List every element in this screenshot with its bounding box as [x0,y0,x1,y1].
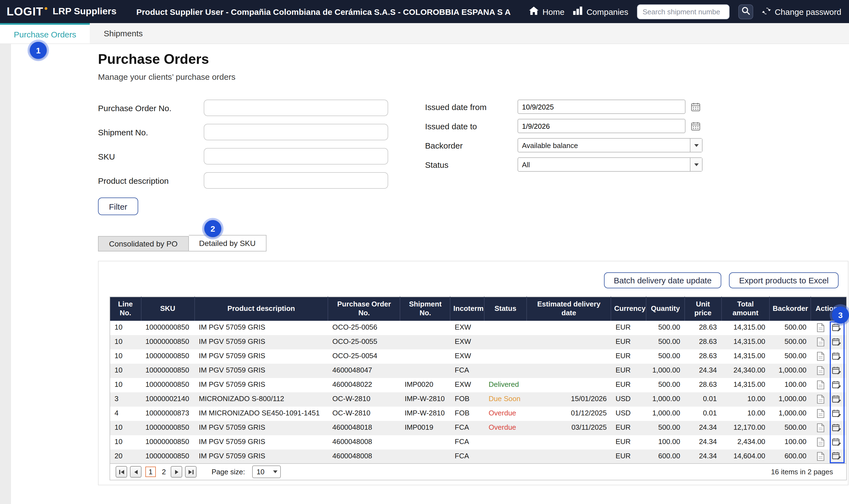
cell-backorder: 1,000.00 [770,392,811,406]
edit-delivery-date-icon[interactable] [831,337,842,347]
cell-status: Due Soon [484,392,527,406]
cell-product-description: IM PGV 57059 GRIS [194,378,328,392]
cell-incoterm: FCA [450,449,484,464]
cell-status [484,449,527,464]
edit-delivery-date-icon[interactable] [831,394,842,404]
export-products-to-excel-button[interactable]: Export products to Excel [729,272,838,288]
cell-unit-price: 28.63 [685,349,721,363]
pdf-document-icon[interactable] [815,365,826,376]
shipment-number-input[interactable] [204,124,388,140]
pdf-document-icon[interactable] [815,422,826,433]
sku-input[interactable] [204,148,388,164]
table-row[interactable]: 10 10000000850 IM PGV 57059 GRIS 4600048… [110,435,847,449]
column-header-purchase-order-no-: Purchase Order No. [328,297,400,321]
table-row[interactable]: 3 10000002140 MICRONIZADO S-800/112 OC-W… [110,392,847,406]
cell-incoterm: FOB [450,392,484,406]
cell-currency: EUR [611,449,646,464]
search-button[interactable] [738,4,753,19]
pdf-document-icon[interactable] [815,394,826,404]
panel-toolbar: Batch delivery date update Export produc… [110,272,838,288]
cell-incoterm: EXW [450,378,484,392]
po-number-input[interactable] [204,100,388,116]
cell-backorder: 500.00 [770,349,811,363]
pagination-bar: 1 2 Page size: 10 16 items in 2 pages [110,464,847,480]
pdf-document-icon[interactable] [815,451,826,462]
last-page-button[interactable] [185,466,197,478]
product-description-input[interactable] [204,172,388,189]
current-page-number[interactable]: 1 [145,467,156,477]
table-row[interactable]: 10 10000000850 IM PGV 57059 GRIS OCO-25-… [110,335,847,349]
companies-link[interactable]: Companies [573,6,628,17]
cell-actions [811,349,847,363]
issued-date-to-input[interactable] [517,119,686,133]
navbar-actions: Home Companies Change password [529,4,841,19]
cell-unit-price: 28.63 [685,321,721,335]
pdf-document-icon[interactable] [815,351,826,361]
cell-unit-price: 24.34 [685,421,721,435]
product-description-label: Product description [98,176,204,185]
table-row[interactable]: 10 10000000850 IM PGV 57059 GRIS OCO-25-… [110,321,847,335]
page-size-select[interactable]: 10 [252,466,281,478]
shipment-search-input[interactable] [637,4,729,19]
column-header-line-no-: Line No. [110,297,141,321]
cell-sku: 10000000850 [141,321,194,335]
backorder-select[interactable]: Available balance [517,138,703,152]
cell-total-amount: 14,315.00 [721,335,770,349]
pdf-document-icon[interactable] [815,337,826,347]
chevron-down-icon [690,158,702,171]
cell-estimated-delivery-date [527,378,611,392]
cell-quantity: 100.00 [646,435,684,449]
cell-shipment-no: IMP0020 [400,378,450,392]
edit-delivery-date-icon[interactable] [831,422,842,433]
tab-shipments[interactable]: Shipments [90,23,157,43]
table-row[interactable]: 10 10000000850 IM PGV 57059 GRIS 4600048… [110,363,847,378]
calendar-picker-icon[interactable] [689,101,702,113]
pdf-document-icon[interactable] [815,322,826,333]
edit-delivery-date-icon[interactable] [831,351,842,361]
cell-status: Overdue [484,421,527,435]
module-tabbar: Purchase Orders Shipments [0,23,849,44]
edit-delivery-date-icon[interactable] [831,408,842,419]
calendar-picker-icon[interactable] [689,120,702,132]
column-header-unit-price: Unit price [685,297,721,321]
view-tab-consolidated-by-po[interactable]: Consolidated by PO [98,236,189,251]
cell-currency: USD [611,406,646,421]
edit-delivery-date-icon[interactable] [831,451,842,462]
status-select[interactable]: All [517,157,703,172]
home-link[interactable]: Home [529,6,564,17]
cell-shipment-no [400,321,450,335]
issued-date-from-input[interactable] [517,100,686,114]
edit-delivery-date-icon[interactable] [831,437,842,447]
items-summary: 16 items in 2 pages [771,468,833,476]
tab-label: Purchase Orders [14,30,76,39]
page-number-2[interactable]: 2 [160,468,168,476]
table-row[interactable]: 10 10000000850 IM PGV 57059 GRIS 4600048… [110,378,847,392]
cell-line-no: 10 [110,349,141,363]
change-password-link[interactable]: Change password [762,6,841,17]
next-page-button[interactable] [171,466,182,478]
cell-product-description: IM PGV 57059 GRIS [194,363,328,378]
edit-delivery-date-icon[interactable] [831,322,842,333]
batch-delivery-date-update-button[interactable]: Batch delivery date update [604,272,722,288]
view-tab-detailed-by-sku[interactable]: Detailed by SKU [189,235,266,251]
cell-estimated-delivery-date [527,435,611,449]
cell-total-amount: 10.00 [721,406,770,421]
pdf-document-icon[interactable] [815,380,826,390]
cell-shipment-no: IMP-W-2810 [400,392,450,406]
cell-product-description: IM MICRONIZADO SE450-1091-1451 [194,406,328,421]
table-row[interactable]: 20 10000000850 IM PGV 57059 GRIS 4600048… [110,449,847,464]
pdf-document-icon[interactable] [815,408,826,419]
change-password-label: Change password [775,7,841,16]
cell-sku: 10000000850 [141,363,194,378]
edit-delivery-date-icon[interactable] [831,380,842,390]
edit-delivery-date-icon[interactable] [831,365,842,376]
table-row[interactable]: 10 10000000850 IM PGV 57059 GRIS 4600048… [110,421,847,435]
table-row[interactable]: 4 10000000873 IM MICRONIZADO SE450-1091-… [110,406,847,421]
first-page-button[interactable] [116,466,127,478]
pdf-document-icon[interactable] [815,437,826,447]
cell-backorder: 100.00 [770,378,811,392]
filter-button[interactable]: Filter [98,198,138,215]
previous-page-button[interactable] [130,466,141,478]
table-row[interactable]: 10 10000000850 IM PGV 57059 GRIS OCO-25-… [110,349,847,363]
tab-purchase-orders[interactable]: Purchase Orders [0,23,90,43]
